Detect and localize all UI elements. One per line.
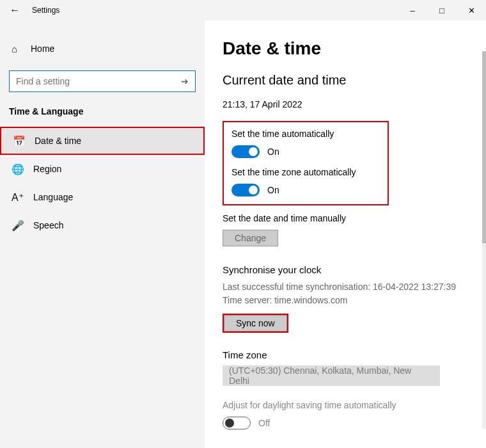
sidebar-item-label: Language	[33, 192, 73, 202]
sync-heading: Synchronise your clock	[223, 264, 471, 275]
current-datetime-value: 21:13, 17 April 2022	[223, 99, 471, 109]
home-icon: ⌂	[12, 44, 26, 54]
main-panel: Date & time Current date and time 21:13,…	[205, 20, 486, 448]
scrollbar-thumb[interactable]	[482, 51, 486, 243]
timezone-heading: Time zone	[223, 349, 471, 360]
minimize-button[interactable]: –	[398, 0, 427, 20]
sidebar-item-speech[interactable]: 🎤 Speech	[0, 211, 205, 239]
sidebar-section-title: Time & Language	[0, 106, 205, 116]
dst-label: Adjust for daylight saving time automati…	[223, 400, 471, 410]
dst-toggle	[223, 417, 251, 429]
sidebar-item-label: Region	[33, 164, 61, 174]
manual-datetime-label: Set the date and time manually	[223, 213, 471, 223]
sync-server-info: Time server: time.windows.com	[223, 294, 471, 307]
timezone-select[interactable]: (UTC+05:30) Chennai, Kolkata, Mumbai, Ne…	[223, 365, 440, 386]
close-button[interactable]: ✕	[457, 0, 486, 20]
sync-last-info: Last successful time synchronisation: 16…	[223, 280, 471, 294]
search-icon: ➔	[181, 76, 189, 86]
auto-tz-label: Set the time zone automatically	[231, 167, 380, 177]
auto-time-label: Set the time automatically	[231, 129, 380, 139]
section-current-datetime: Current date and time	[223, 73, 471, 88]
window-title: Settings	[32, 6, 59, 15]
sync-now-highlight: Sync now	[223, 314, 288, 333]
title-bar: ← Settings – □ ✕	[0, 0, 486, 20]
scrollbar[interactable]	[482, 51, 486, 429]
sidebar-item-date-time[interactable]: 📅 Date & time	[0, 127, 205, 155]
sidebar-item-label: Speech	[33, 220, 63, 230]
microphone-icon: 🎤	[12, 220, 26, 232]
search-field[interactable]	[16, 76, 181, 86]
sidebar-item-region[interactable]: 🌐 Region	[0, 155, 205, 183]
calendar-icon: 📅	[13, 135, 27, 147]
auto-time-toggle[interactable]	[231, 145, 260, 158]
auto-tz-toggle[interactable]	[231, 184, 260, 196]
auto-settings-highlight: Set the time automatically On Set the ti…	[223, 121, 389, 205]
sidebar: ⌂ Home ➔ Time & Language 📅 Date & time 🌐…	[0, 20, 205, 448]
sidebar-home[interactable]: ⌂ Home	[0, 37, 205, 60]
search-input[interactable]: ➔	[9, 70, 196, 92]
change-button[interactable]: Change	[223, 230, 278, 246]
dst-state: Off	[258, 418, 270, 428]
globe-icon: 🌐	[12, 163, 26, 175]
sync-now-button[interactable]: Sync now	[224, 315, 287, 332]
timezone-value: (UTC+05:30) Chennai, Kolkata, Mumbai, Ne…	[229, 365, 434, 386]
sidebar-item-label: Date & time	[35, 136, 81, 146]
auto-time-state: On	[267, 147, 279, 157]
auto-tz-state: On	[267, 185, 279, 195]
maximize-button[interactable]: □	[427, 0, 457, 20]
language-icon: A⁺	[12, 191, 26, 204]
back-button[interactable]: ←	[0, 4, 29, 16]
page-title: Date & time	[223, 38, 471, 59]
sidebar-item-language[interactable]: A⁺ Language	[0, 183, 205, 211]
sidebar-home-label: Home	[31, 44, 54, 54]
